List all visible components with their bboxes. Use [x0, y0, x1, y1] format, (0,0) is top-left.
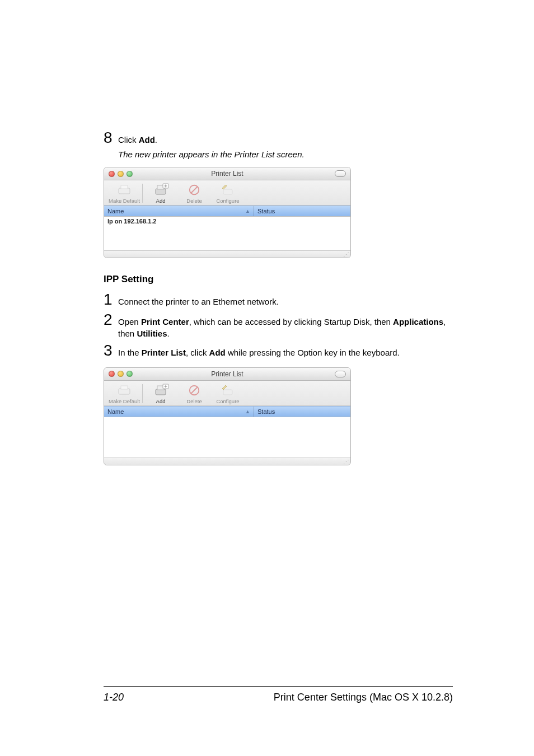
footer: 1-20 Print Center Settings (Mac OS X 10.…	[104, 692, 453, 703]
add-button[interactable]: Add	[144, 383, 177, 404]
svg-line-8	[191, 187, 198, 193]
step-2-number: 2	[104, 311, 118, 329]
s2-mid: , which can be accessed by clicking Star…	[189, 317, 393, 326]
toolbar-separator	[142, 384, 143, 403]
configure-button: Configure	[211, 383, 245, 404]
window-title: Printer List	[104, 170, 350, 178]
list-header: Name ▲ Status	[104, 206, 350, 217]
toolbar: Make Default Add Delete Configure	[104, 381, 350, 406]
titlebar: Printer List	[104, 167, 350, 180]
delete-button: Delete	[177, 183, 211, 204]
minimize-icon[interactable]	[118, 371, 124, 377]
minimize-icon[interactable]	[118, 171, 124, 177]
step-3-text: In the Printer List, click Add while pre…	[118, 347, 400, 358]
sort-asc-icon: ▲	[245, 409, 250, 414]
step-8-pre: Click	[118, 135, 139, 144]
footer-rule	[104, 686, 453, 687]
step-8: 8 Click Add.	[104, 129, 450, 147]
zoom-icon[interactable]	[127, 171, 133, 177]
step-1-number: 1	[104, 291, 118, 309]
step-3-number: 3	[104, 342, 118, 360]
add-printer-icon	[152, 183, 170, 197]
zoom-icon[interactable]	[127, 371, 133, 377]
status-bar: ⋰	[104, 250, 350, 258]
step-8-result: The new printer appears in the Printer L…	[118, 149, 450, 160]
svg-rect-1	[121, 185, 128, 189]
add-printer-icon	[152, 383, 170, 398]
step-3: 3 In the Printer List, click Add while p…	[104, 342, 450, 360]
add-label: Add	[156, 398, 166, 404]
s3-add: Add	[209, 348, 226, 357]
traffic-lights	[109, 171, 133, 177]
s3-printer-list: Printer List	[142, 348, 186, 357]
printer-icon	[115, 383, 133, 398]
name-column-label: Name	[107, 208, 124, 214]
window-title: Printer List	[104, 370, 350, 378]
resize-handle-icon[interactable]: ⋰	[343, 253, 349, 257]
make-default-label: Make Default	[109, 398, 140, 404]
svg-rect-19	[223, 390, 232, 395]
status-column-label: Status	[257, 208, 275, 214]
step-8-number: 8	[104, 129, 118, 147]
step-1: 1 Connect the printer to an Ethernet net…	[104, 291, 450, 309]
s2-pre: Open	[118, 317, 141, 326]
ipp-setting-heading: IPP Setting	[104, 274, 450, 285]
close-icon[interactable]	[109, 171, 115, 177]
printer-list-window-2: Printer List Make Default Add	[104, 367, 351, 465]
name-column-header[interactable]: Name ▲	[104, 407, 254, 417]
s3-post: while pressing the Option key in the key…	[226, 348, 400, 357]
delete-label: Delete	[186, 398, 202, 404]
status-column-header[interactable]: Status	[254, 407, 350, 417]
s3-mid: , click	[186, 348, 209, 357]
svg-line-18	[191, 387, 198, 393]
page-number: 1-20	[104, 692, 124, 703]
s2-applications: Applications	[393, 317, 443, 326]
s2-print-center: Print Center	[141, 317, 189, 326]
configure-label: Configure	[216, 198, 239, 204]
configure-icon	[219, 183, 237, 197]
toolbar-separator	[142, 184, 143, 203]
delete-label: Delete	[186, 198, 202, 204]
toolbar-pill-icon[interactable]	[335, 170, 346, 177]
status-bar: ⋰	[104, 458, 350, 465]
titlebar: Printer List	[104, 368, 350, 381]
footer-title: Print Center Settings (Mac OS X 10.2.8)	[274, 692, 453, 703]
printer-list-body: lp on 192.168.1.2	[104, 217, 350, 250]
traffic-lights	[109, 371, 133, 377]
toolbar: Make Default Add Delete Configure	[104, 180, 350, 206]
list-item[interactable]: lp on 192.168.1.2	[104, 217, 350, 226]
sort-asc-icon: ▲	[245, 208, 250, 214]
resize-handle-icon[interactable]: ⋰	[343, 460, 349, 464]
s3-pre: In the	[118, 348, 142, 357]
printer-list-body-empty	[104, 417, 350, 458]
delete-icon	[185, 383, 203, 398]
step-2-text: Open Print Center, which can be accessed…	[118, 316, 450, 339]
step-8-text: Click Add.	[118, 134, 157, 146]
delete-icon	[185, 183, 203, 197]
step-8-add: Add	[139, 135, 155, 144]
printer-icon	[115, 183, 133, 197]
make-default-label: Make Default	[109, 198, 140, 204]
add-button[interactable]: Add	[144, 183, 177, 204]
step-2: 2 Open Print Center, which can be access…	[104, 311, 450, 339]
list-header: Name ▲ Status	[104, 406, 350, 417]
configure-label: Configure	[216, 398, 239, 404]
name-column-label: Name	[107, 408, 124, 415]
add-label: Add	[156, 198, 166, 204]
svg-rect-9	[223, 189, 232, 194]
s2-utilities: Utilities	[137, 329, 167, 338]
close-icon[interactable]	[109, 371, 115, 377]
svg-rect-11	[121, 386, 128, 389]
step-1-text: Connect the printer to an Ethernet netwo…	[118, 296, 279, 307]
toolbar-pill-icon[interactable]	[335, 371, 346, 377]
s2-post: .	[167, 329, 170, 338]
configure-button: Configure	[211, 183, 245, 204]
status-column-label: Status	[257, 408, 275, 415]
make-default-button: Make Default	[107, 183, 141, 204]
name-column-header[interactable]: Name ▲	[104, 206, 254, 216]
status-column-header[interactable]: Status	[254, 206, 350, 216]
configure-icon	[219, 383, 237, 398]
make-default-button: Make Default	[107, 383, 141, 404]
printer-list-window-1: Printer List Make Default Add	[104, 167, 351, 258]
step-8-post: .	[155, 135, 157, 144]
